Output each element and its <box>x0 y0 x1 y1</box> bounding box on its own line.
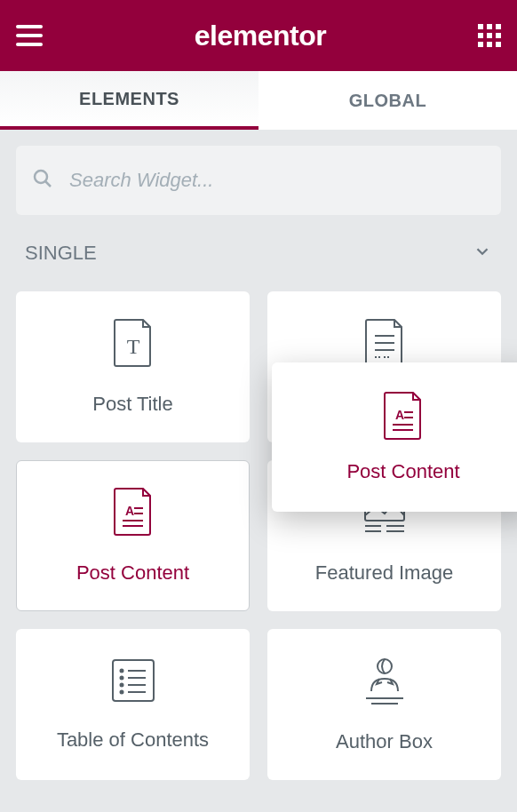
tab-global[interactable]: GLOBAL <box>258 71 517 130</box>
menu-icon[interactable] <box>16 25 43 46</box>
widget-label: Author Box <box>336 730 433 753</box>
svg-point-0 <box>35 171 47 183</box>
widget-post-title[interactable]: T Post Title <box>16 291 250 442</box>
post-excerpt-icon <box>364 318 405 368</box>
search-box <box>16 146 501 215</box>
svg-rect-19 <box>113 660 154 701</box>
section-title: SINGLE <box>25 242 97 265</box>
svg-point-22 <box>120 677 123 680</box>
widget-label: Table of Contents <box>57 728 209 752</box>
post-content-icon: A <box>383 391 424 441</box>
widget-post-content[interactable]: A Post Content <box>16 460 250 611</box>
svg-text:T: T <box>126 335 139 358</box>
svg-line-1 <box>45 181 51 187</box>
search-input[interactable] <box>69 169 485 192</box>
search-icon <box>32 168 53 193</box>
author-box-icon <box>362 656 407 705</box>
tab-elements[interactable]: ELEMENTS <box>0 71 258 130</box>
section-header[interactable]: SINGLE <box>16 242 501 265</box>
post-content-icon: A <box>113 487 154 537</box>
table-of-contents-icon <box>110 657 156 704</box>
logo: elementor <box>195 20 326 52</box>
widget-author-box[interactable]: Author Box <box>267 629 501 780</box>
widget-label: Post Title <box>92 393 172 416</box>
widget-table-of-contents[interactable]: Table of Contents <box>16 629 250 780</box>
dragging-widget[interactable]: A Post Content <box>272 362 517 512</box>
apps-icon[interactable] <box>478 24 501 47</box>
header: elementor <box>0 0 517 71</box>
widget-label: Post Content <box>76 561 189 585</box>
tabs: ELEMENTS GLOBAL <box>0 71 517 130</box>
svg-text:A: A <box>125 504 134 518</box>
svg-point-28 <box>378 659 392 673</box>
widget-label: Featured Image <box>315 561 453 585</box>
widget-label: Post Content <box>346 460 459 483</box>
content-area: SINGLE T Post Title <box>0 130 517 796</box>
widgets-grid: T Post Title Post Excerpt <box>16 291 501 780</box>
svg-point-26 <box>120 691 123 694</box>
post-title-icon: T <box>113 318 154 368</box>
svg-point-24 <box>120 684 123 687</box>
svg-point-20 <box>120 670 123 673</box>
chevron-down-icon <box>473 242 492 265</box>
svg-text:A: A <box>395 408 404 422</box>
